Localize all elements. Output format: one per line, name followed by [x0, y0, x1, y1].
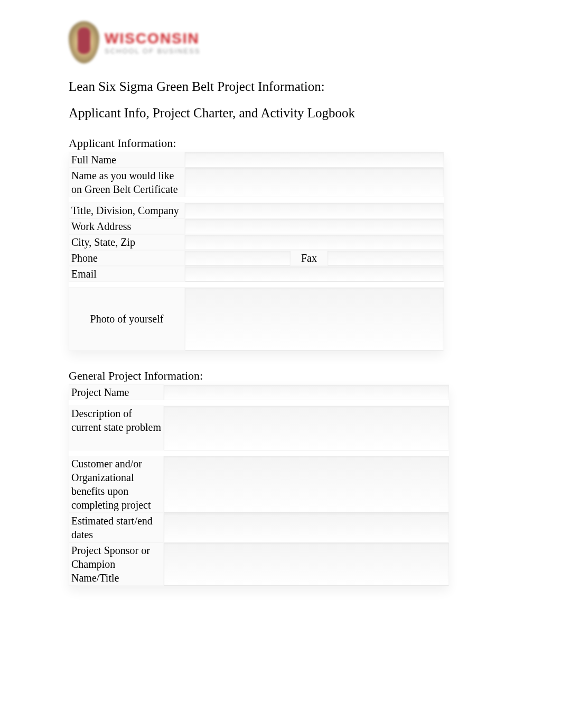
project-name-input[interactable]	[164, 384, 449, 400]
table-row: Project Name	[69, 384, 449, 400]
phone-input[interactable]	[185, 250, 291, 266]
full-name-input[interactable]	[185, 152, 444, 168]
description-label: Description of current state problem	[69, 406, 164, 450]
table-row: Project Sponsor or Champion Name/Title	[69, 542, 449, 586]
title-company-label: Title, Division, Company	[69, 202, 185, 218]
spacer	[69, 282, 444, 287]
table-row: Full Name	[69, 152, 444, 168]
spacer	[69, 400, 449, 406]
logo-main-text: WISCONSIN	[105, 30, 200, 47]
description-input[interactable]	[164, 406, 449, 450]
document-page: WISCONSIN SCHOOL OF BUSINESS Lean Six Si…	[69, 21, 518, 586]
work-address-label: Work Address	[69, 218, 185, 234]
table-row: Photo of yourself	[69, 287, 444, 351]
spacer	[69, 450, 449, 456]
project-section-heading: General Project Information:	[69, 369, 518, 383]
photo-input[interactable]	[185, 287, 444, 351]
phone-label: Phone	[69, 250, 185, 266]
logo-shield-icon	[69, 21, 99, 63]
table-row: Customer and/or Organizational benefits …	[69, 456, 449, 513]
fax-input[interactable]	[328, 250, 444, 266]
sponsor-label: Project Sponsor or Champion Name/Title	[69, 542, 164, 586]
project-table: Project Name Description of current stat…	[69, 384, 449, 586]
work-address-input[interactable]	[185, 218, 444, 234]
full-name-label: Full Name	[69, 152, 185, 168]
city-state-zip-label: City, State, Zip	[69, 234, 185, 250]
fax-label: Fax	[291, 250, 328, 266]
cert-name-input[interactable]	[185, 168, 444, 197]
wisconsin-logo: WISCONSIN SCHOOL OF BUSINESS	[69, 21, 518, 63]
sponsor-input[interactable]	[164, 542, 449, 586]
page-title: Lean Six Sigma Green Belt Project Inform…	[69, 79, 518, 94]
table-row: Work Address	[69, 218, 444, 234]
city-state-zip-input[interactable]	[185, 234, 444, 250]
photo-label: Photo of yourself	[69, 287, 185, 351]
dates-label: Estimated start/end dates	[69, 513, 164, 542]
logo-text: WISCONSIN SCHOOL OF BUSINESS	[105, 30, 200, 55]
email-label: Email	[69, 266, 185, 282]
table-row: Description of current state problem	[69, 406, 449, 450]
cert-name-label: Name as you would like on Green Belt Cer…	[69, 168, 185, 197]
table-row: Email	[69, 266, 444, 282]
table-row: City, State, Zip	[69, 234, 444, 250]
title-company-input[interactable]	[185, 202, 444, 218]
logo-sub-text: SCHOOL OF BUSINESS	[105, 47, 200, 55]
table-row: Name as you would like on Green Belt Cer…	[69, 168, 444, 197]
benefits-label: Customer and/or Organizational benefits …	[69, 456, 164, 513]
project-name-label: Project Name	[69, 384, 164, 400]
page-subtitle: Applicant Info, Project Charter, and Act…	[69, 106, 518, 121]
applicant-section-heading: Applicant Information:	[69, 136, 518, 150]
benefits-input[interactable]	[164, 456, 449, 513]
spacer	[69, 197, 444, 202]
dates-input[interactable]	[164, 513, 449, 542]
email-input[interactable]	[185, 266, 444, 282]
table-row: Phone Fax	[69, 250, 444, 266]
applicant-table: Full Name Name as you would like on Gree…	[69, 152, 444, 351]
table-row: Title, Division, Company	[69, 202, 444, 218]
table-row: Estimated start/end dates	[69, 513, 449, 542]
